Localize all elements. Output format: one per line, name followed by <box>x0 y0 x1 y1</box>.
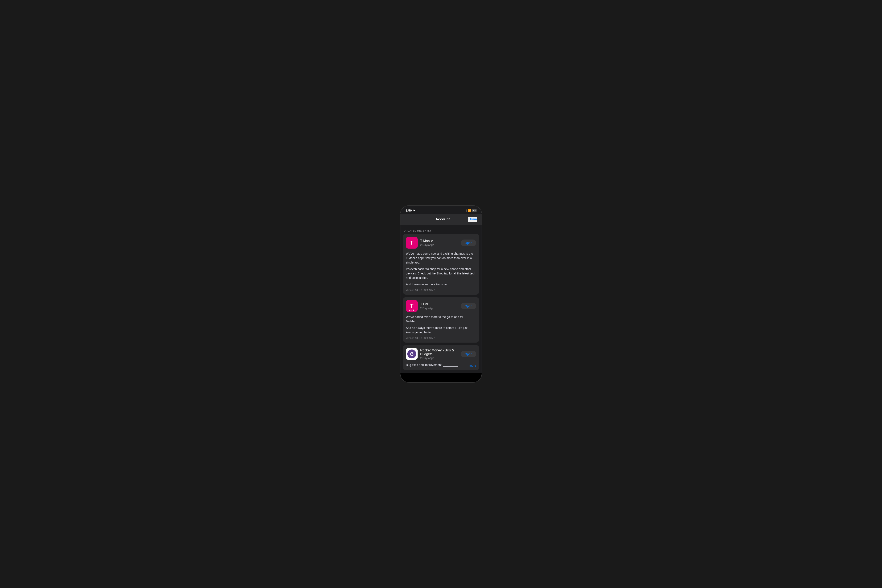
scroll-area[interactable]: UPDATED RECENTLY T T-Mobile 2 Days Ago O… <box>400 225 482 373</box>
rocket-card: Rocket Money - Bills & Budgets 2 Days Ag… <box>403 345 479 370</box>
tlife-age: 2 Days Ago <box>420 307 461 310</box>
tmobile-desc3: And there's even more to come! <box>406 282 476 286</box>
tlife-desc1: We've added even more to the go-to app f… <box>406 315 476 324</box>
tlife-card: T LIFE T Life 2 Days Ago Open We've adde… <box>403 297 479 343</box>
svg-text:LIFE: LIFE <box>409 309 414 311</box>
tmobile-card: T T-Mobile 2 Days Ago Open We've made so… <box>403 234 479 295</box>
phone-frame: 8:50 ➤ 📶 52 Account Done UPDATED RECENTL… <box>400 205 482 383</box>
location-icon: ➤ <box>413 209 415 212</box>
done-button[interactable]: Done <box>468 217 477 222</box>
tlife-icon: T LIFE <box>406 300 418 312</box>
tlife-open-button[interactable]: Open <box>461 303 476 309</box>
rocket-desc-partial: Bug fixes and improvement. _________ <box>406 363 458 367</box>
signal-icon <box>463 209 466 212</box>
tlife-header: T LIFE T Life 2 Days Ago Open <box>406 300 476 312</box>
rocket-more-link[interactable]: more <box>470 364 476 367</box>
time-display: 8:50 <box>405 208 412 212</box>
tmobile-icon: T <box>406 237 418 249</box>
rocket-open-button[interactable]: Open <box>461 351 476 357</box>
svg-text:T: T <box>410 240 414 246</box>
rocket-info: Rocket Money - Bills & Budgets 2 Days Ag… <box>420 348 461 360</box>
battery-indicator: 52 <box>472 209 477 212</box>
status-bar: 8:50 ➤ 📶 52 <box>400 206 482 214</box>
rocket-icon <box>406 348 418 360</box>
svg-text:T: T <box>410 303 414 309</box>
tmobile-age: 2 Days Ago <box>420 243 461 246</box>
rocket-header: Rocket Money - Bills & Budgets 2 Days Ag… <box>406 348 476 360</box>
tmobile-open-button[interactable]: Open <box>461 240 476 246</box>
page-title: Account <box>435 217 450 222</box>
rocket-name: Rocket Money - Bills & Budgets <box>420 348 461 356</box>
tlife-info: T Life 2 Days Ago <box>420 302 461 310</box>
tmobile-desc2: It's even easier to shop for a new phone… <box>406 267 476 280</box>
tlife-desc2: And as always there's more to come! T Li… <box>406 326 476 334</box>
tlife-version: Version 10.1.0 • 332.3 MB <box>406 337 476 340</box>
wifi-icon: 📶 <box>468 209 471 212</box>
tmobile-header: T T-Mobile 2 Days Ago Open <box>406 237 476 249</box>
rocket-age: 2 Days Ago <box>420 357 461 360</box>
tmobile-version: Version 10.1.0 • 332.3 MB <box>406 289 476 292</box>
status-bar-left: 8:50 ➤ <box>405 208 415 212</box>
tlife-name: T Life <box>420 302 461 306</box>
tmobile-info: T-Mobile 2 Days Ago <box>420 239 461 246</box>
nav-bar: Account Done <box>400 214 482 225</box>
tmobile-name: T-Mobile <box>420 239 461 243</box>
tmobile-desc1: We've made some new and exciting changes… <box>406 252 476 265</box>
section-header: UPDATED RECENTLY <box>400 225 482 234</box>
svg-point-7 <box>411 353 413 356</box>
status-bar-right: 📶 52 <box>463 209 477 212</box>
